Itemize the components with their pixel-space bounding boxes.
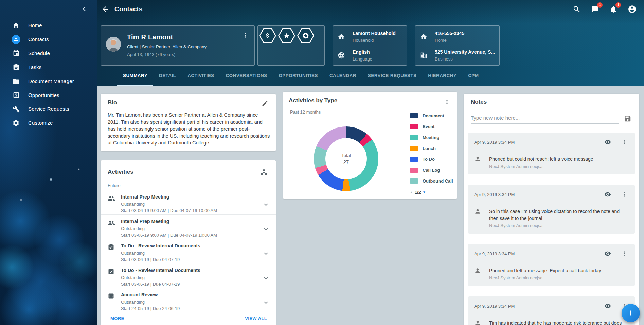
activity-dates: Start 03-06-19 9:00 AM | Due 04-07-19 10… [121,208,262,213]
note-author: NexJ System Admin nexjsa [489,164,593,169]
kebab-icon [621,191,628,198]
person-icon [474,267,482,280]
expand-activity-button[interactable] [262,219,270,239]
activity-status: Outstanding [121,275,262,280]
account-button[interactable] [626,3,638,15]
chevron-down-icon [262,250,270,257]
address-value: 525 University Avenue, S... [435,49,495,55]
chart-icon [108,293,115,312]
note-date: Apr 9, 2019 3:34 PM [474,251,515,256]
tab-service-requests[interactable]: SERVICE REQUESTS [362,66,422,86]
pager-up-arrow[interactable]: ▲ [410,190,413,194]
back-button[interactable] [100,4,111,15]
sidebar-item-home[interactable]: Home [0,18,97,32]
note-menu-button[interactable] [620,190,629,199]
chart-header: Activities by Type [283,92,457,107]
legend-label: Outbound Call [423,178,453,184]
phone-number: 416-555-2345 [435,31,464,36]
activity-item[interactable]: Internal Prep Meeting Outstanding Start … [101,215,276,239]
note-visibility-button[interactable] [603,301,612,311]
add-activity-button[interactable] [240,167,251,177]
note-visibility-button[interactable] [603,137,612,147]
save-note-button[interactable] [624,115,631,122]
address-label: Business [435,56,495,62]
note-input[interactable] [471,114,619,124]
note-visibility-button[interactable] [603,249,612,258]
sidebar-item-schedule[interactable]: Schedule [0,46,97,60]
tab-cpm[interactable]: CPM [462,66,484,86]
more-button[interactable]: MORE [110,316,124,321]
chevron-down-icon [262,299,270,306]
header-cards: Tim R Lamont Client | Senior Partner, Al… [101,25,644,66]
legend-label: Event [423,124,434,129]
legend-item: Document [410,110,453,121]
note-author: NexJ System Admin nexjsa [489,275,602,280]
legend-label: Document [423,113,444,118]
page-header: Contacts 1 1 [97,0,644,86]
messages-button[interactable]: 1 [590,4,601,15]
activity-status: Outstanding [121,202,262,207]
hierarchy-icon [260,168,268,176]
app-root: Home Contacts Schedule Tasks Document Ma… [0,0,644,325]
activity-item[interactable]: To Do - Review Internal Documents Outsta… [101,263,276,288]
legend-label: Meeting [423,135,439,140]
tab-summary[interactable]: SUMMARY [117,66,153,86]
contacts-icon [12,35,20,44]
sidebar-item-customize[interactable]: Customize [0,116,97,130]
tab-hierarchy[interactable]: HIERARCHY [422,66,462,86]
tab-conversations[interactable]: CONVERSATIONS [220,66,273,86]
chart-menu-button[interactable] [442,97,452,107]
badge-star[interactable] [278,28,295,43]
tab-calendar[interactable]: CALENDAR [324,66,362,86]
pager-down-arrow[interactable]: ▼ [423,190,426,194]
content-area: Bio Mr. Tim Lamont has been a Senior Par… [97,86,644,325]
activities-title: Activities [108,169,133,175]
profile-birthdate: April 13, 1943 (76 years) [127,52,207,57]
expand-activity-button[interactable] [262,195,270,214]
sidebar-item-label: Opportunities [28,92,59,98]
legend-swatch [410,113,418,118]
note-menu-button[interactable] [620,249,629,258]
activity-dates: Start 03-06-19 | Due 04-07-19 [121,281,262,287]
badge-stars[interactable] [297,28,314,43]
view-all-button[interactable]: VIEW ALL [245,316,267,321]
bio-text: Mr. Tim Lamont has been a Senior Partner… [108,112,270,147]
activity-item[interactable]: Internal Prep Meeting Outstanding Start … [101,190,276,215]
activities-footer: MORE VIEW ALL [101,312,276,325]
edit-bio-button[interactable] [260,99,270,108]
note-visibility-button[interactable] [603,190,612,199]
search-button[interactable] [571,4,582,15]
activity-status: Outstanding [121,226,262,231]
sidebar-item-tasks[interactable]: Tasks [0,60,97,74]
legend-item: To Do [410,154,453,165]
sidebar-item-service-requests[interactable]: Service Requests [0,102,97,116]
tab-activities[interactable]: ACTIVITIES [182,66,220,86]
notes-list: Apr 9, 2019 3:34 PM Phoned but could not… [464,124,639,325]
activity-title: Internal Prep Meeting [121,194,262,200]
expand-activity-button[interactable] [262,244,270,263]
legend-swatch [410,146,418,151]
schedule-icon [12,49,20,58]
tab-opportunities[interactable]: OPPORTUNITIES [273,66,323,86]
add-note-fab[interactable] [622,304,640,322]
person-icon [474,208,482,228]
note-menu-button[interactable] [620,137,629,147]
badge-dollar[interactable] [259,28,276,43]
activity-item[interactable]: Account Review Outstanding Start 24-05-1… [101,288,276,312]
hierarchy-view-button[interactable] [259,167,269,177]
badges-card [257,25,325,66]
notifications-button[interactable]: 1 [608,4,619,15]
tab-detail[interactable]: DETAIL [153,66,182,86]
sidebar-item-document-manager[interactable]: Document Manager [0,74,97,88]
legend-item: Call Log [410,165,453,175]
expand-activity-button[interactable] [262,293,270,312]
activity-item[interactable]: To Do - Review Internal Documents Outsta… [101,239,276,263]
sidebar-item-contacts[interactable]: Contacts [0,32,97,46]
expand-activity-button[interactable] [262,268,270,288]
eye-icon [604,191,611,198]
profile-menu-button[interactable] [241,31,250,40]
sidebar-item-opportunities[interactable]: Opportunities [0,88,97,102]
kebab-icon [242,32,249,39]
sidebar-collapse-button[interactable] [80,4,89,13]
profile-text: Tim R Lamont Client | Senior Partner, Al… [127,33,207,65]
